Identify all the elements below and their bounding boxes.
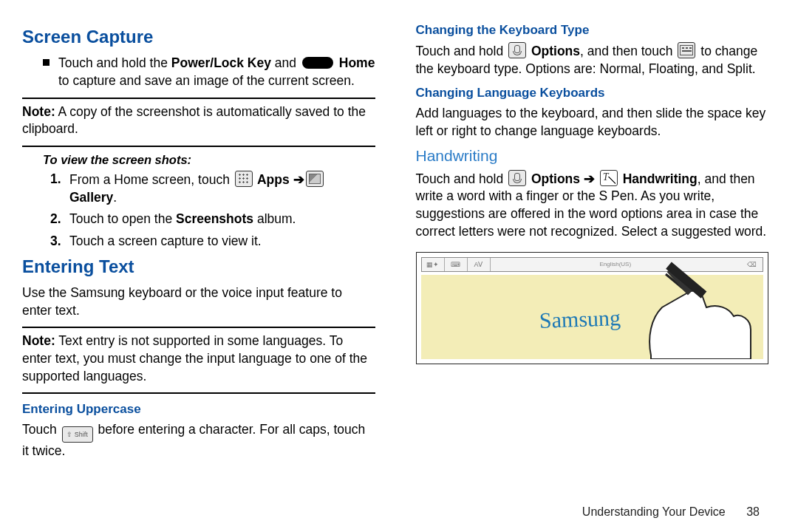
handwriting-illustration: ▦✦ ⌨ Aᐯ English(US) ⌫ Samsung [416, 252, 769, 364]
divider [22, 146, 375, 147]
page-number: 38 [746, 505, 760, 518]
capture-instruction: Touch and hold the Power/Lock Key and Ho… [22, 55, 375, 89]
gallery-label: Gallery [69, 190, 113, 205]
home-key-icon [302, 57, 333, 69]
note-clipboard: Note: A copy of the screenshot is automa… [22, 103, 375, 138]
text: Touch a screen capture to view it. [69, 233, 262, 248]
toolbar-button: ⌨ [445, 258, 468, 271]
toolbar-button: Aᐯ [468, 258, 491, 271]
text: to capture and save an image of the curr… [58, 72, 375, 90]
left-column: Screen Capture Touch and hold the Power/… [22, 22, 375, 502]
handwriting-desc: Touch and hold Options ➔ Handwriting, an… [416, 170, 769, 241]
text: Text entry is not supported in some lang… [22, 333, 367, 383]
divider [22, 327, 375, 328]
step-2: 2. Touch to open the Screenshots album. [50, 211, 375, 228]
shift-key-icon [62, 426, 93, 443]
arrow-icon: ➔ [293, 172, 304, 187]
note-label: Note: [22, 104, 55, 119]
square-bullet-icon [43, 59, 50, 66]
footer-section: Understanding Your Device [582, 505, 726, 518]
screenshots-label: Screenshots [176, 211, 253, 226]
apps-icon [235, 171, 253, 187]
text: Touch and hold [416, 44, 508, 58]
options-label: Options [528, 44, 580, 58]
note-label: Note: [22, 333, 55, 348]
keyboard-icon [678, 42, 695, 58]
sublabel-view-shots: To view the screen shots: [43, 151, 375, 168]
step-1: 1. From a Home screen, touch Apps ➔ Gall… [50, 171, 375, 206]
text: Touch [22, 422, 61, 437]
heading-entering-text: Entering Text [22, 255, 375, 279]
text: album. [253, 211, 296, 226]
text: . [113, 190, 117, 205]
text: Touch and hold the [58, 55, 171, 70]
divider [22, 98, 375, 99]
home-label: Home [335, 55, 375, 70]
step-3: 3. Touch a screen capture to view it. [50, 233, 375, 250]
right-column: Changing the Keyboard Type Touch and hol… [416, 22, 769, 502]
text: , and then touch [580, 44, 676, 58]
gallery-icon [306, 171, 324, 187]
text: Touch and hold [416, 171, 508, 186]
divider [22, 392, 375, 394]
uppercase-desc: Touch before entering a character. For a… [22, 421, 375, 460]
power-lock-key-label: Power/Lock Key [171, 55, 271, 70]
handwriting-icon [600, 170, 618, 186]
mic-options-icon [508, 170, 526, 186]
toolbar-button: ▦✦ [422, 258, 445, 271]
text: From a Home screen, touch [69, 172, 233, 187]
options-label: Options [528, 171, 584, 186]
mic-options-icon [508, 42, 526, 58]
entering-text-desc: Use the Samsung keyboard or the voice in… [22, 284, 375, 319]
language-keyboards-desc: Add languages to the keyboard, and then … [416, 105, 769, 140]
heading-handwriting: Handwriting [416, 146, 769, 166]
heading-screen-capture: Screen Capture [22, 25, 375, 49]
keyboard-type-desc: Touch and hold Options, and then touch t… [416, 42, 769, 78]
text: A copy of the screenshot is automaticall… [22, 104, 366, 137]
heading-keyboard-type: Changing the Keyboard Type [416, 22, 769, 39]
handwriting-label: Handwriting [619, 171, 698, 186]
page-footer: Understanding Your Device 38 [582, 504, 760, 520]
steps-list: 1. From a Home screen, touch Apps ➔ Gall… [50, 171, 375, 250]
heading-language-keyboards: Changing Language Keyboards [416, 85, 769, 102]
heading-uppercase: Entering Uppercase [22, 401, 375, 418]
arrow-icon: ➔ [584, 171, 595, 186]
note-languages: Note: Text entry is not supported in som… [22, 332, 375, 385]
text: Touch to open the [69, 211, 176, 226]
text: and [271, 55, 300, 70]
apps-label: Apps [254, 172, 293, 187]
hand-with-pen-icon [607, 256, 754, 359]
